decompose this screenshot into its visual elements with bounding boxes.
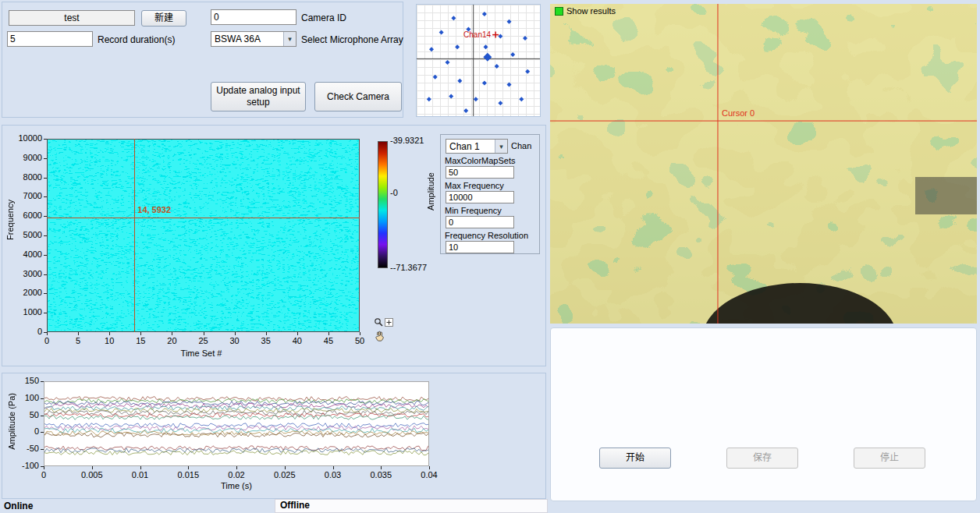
colorbar-axis-label: Amplitude	[426, 172, 435, 211]
waveform-trace	[44, 410, 428, 415]
axis-tick-label: 30	[219, 336, 250, 345]
min-frequency-label: Min Frequency	[445, 206, 502, 215]
mic-array-plot[interactable]: Chan14	[416, 4, 541, 117]
mic-point	[523, 36, 527, 41]
axis-tick-mark	[41, 449, 44, 450]
axis-tick-label: 0.02	[221, 470, 252, 479]
camera-cursor-label: Cursor 0	[722, 108, 755, 118]
waveform-trace	[44, 448, 428, 453]
pan-tool-button[interactable]	[375, 331, 385, 341]
spectrogram-cursor-vline[interactable]	[134, 139, 135, 332]
acquisition-setup-panel: 新建 Record duration(s) Camera ID BSWA 36A…	[2, 2, 403, 118]
start-button[interactable]: 开始	[599, 448, 671, 469]
axis-tick-mark	[44, 466, 44, 469]
mic-array-select[interactable]: BSWA 36A ▾	[211, 31, 296, 47]
checkbox-on-icon	[555, 7, 563, 16]
mic-point	[455, 44, 460, 49]
spectrogram-plot-area[interactable]	[47, 139, 360, 332]
axis-tick-label: 5	[62, 336, 94, 345]
heatmap-overlay	[550, 4, 977, 324]
axis-tick-label: 3000	[9, 269, 42, 278]
axis-tick-mark	[381, 466, 382, 469]
axis-tick-mark	[44, 158, 47, 159]
save-button[interactable]: 保存	[726, 448, 798, 469]
axis-tick-label: 50	[6, 410, 39, 419]
waveform-plot-area[interactable]	[44, 381, 429, 466]
show-results-label: Show results	[566, 6, 616, 16]
axis-tick-label: -100	[6, 461, 39, 470]
axis-tick-label: 7000	[9, 191, 42, 200]
zoom-tool-button[interactable]	[374, 317, 393, 327]
mic-point	[498, 101, 502, 105]
axis-tick-label: 0.04	[414, 470, 445, 479]
stop-button[interactable]: 停止	[854, 448, 925, 469]
chevron-down-icon: ▾	[283, 32, 296, 46]
axis-tick-mark	[236, 466, 237, 469]
mic-point	[498, 34, 502, 39]
offline-status-box: Offline	[275, 499, 548, 513]
axis-tick-label: 0.025	[269, 470, 300, 479]
axis-tick-label: 5000	[9, 230, 42, 239]
record-duration-input[interactable]	[7, 31, 93, 47]
axis-tick-label: 2000	[9, 288, 42, 297]
axis-tick-label: 50	[344, 336, 375, 345]
axis-tick-label: 0	[31, 336, 62, 345]
spectrogram-cursor-hline[interactable]	[47, 218, 360, 218]
axis-tick-mark	[44, 196, 47, 197]
axis-tick-label: 20	[156, 336, 187, 345]
axis-tick-mark	[109, 332, 110, 335]
online-status-label: Online	[4, 501, 33, 511]
amplitude-colorbar	[378, 141, 388, 268]
axis-tick-label: 9000	[9, 153, 42, 162]
session-name-input[interactable]	[9, 10, 135, 26]
axis-tick-mark	[235, 332, 236, 335]
axis-tick-label: 6000	[9, 211, 42, 220]
axis-tick-mark	[44, 293, 47, 294]
zoom-in-icon	[385, 318, 393, 327]
camera-display[interactable]: Cursor 0 Show results	[550, 4, 977, 324]
axis-tick-mark	[41, 398, 44, 399]
waveform-trace	[44, 403, 428, 408]
axis-tick-label: 0.035	[365, 470, 396, 479]
mic-point	[429, 47, 434, 51]
mic-point	[484, 44, 488, 49]
max-colormap-label: MaxColorMapSets	[445, 156, 515, 165]
new-button[interactable]: 新建	[141, 10, 186, 27]
spectrogram-panel: Frequency Time Se	[2, 125, 546, 366]
selected-mic-point	[483, 53, 492, 62]
mic-point	[507, 83, 512, 87]
max-frequency-input[interactable]	[446, 191, 514, 203]
waveform-canvas	[44, 382, 428, 465]
axis-tick-mark	[44, 178, 47, 179]
axis-tick-label: 10000	[9, 133, 42, 143]
min-frequency-input[interactable]	[446, 216, 514, 228]
mic-point	[474, 97, 478, 101]
axis-tick-label: 10	[94, 336, 125, 345]
show-results-checkbox[interactable]: Show results	[555, 6, 616, 16]
mic-point	[510, 52, 515, 57]
spectrogram-canvas	[48, 140, 359, 331]
beamforming-heatmap: Cursor 0	[550, 4, 977, 324]
spectrogram-settings-cluster: Chan 1 ▾ Chan MaxColorMapSets Max Freque…	[440, 134, 540, 254]
axis-tick-mark	[44, 274, 47, 275]
axis-tick-mark	[266, 332, 267, 335]
axis-tick-label: 0.015	[172, 470, 204, 479]
magnifier-icon	[374, 317, 384, 327]
update-analog-input-button[interactable]: Update analog input setup	[211, 82, 306, 111]
check-camera-button[interactable]: Check Camera	[314, 82, 402, 111]
colorbar-max-label: -39.9321	[390, 136, 424, 145]
mic-point	[446, 60, 450, 65]
frequency-resolution-input[interactable]	[446, 241, 514, 253]
run-control-panel: 开始 保存 停止	[550, 327, 977, 501]
mic-point	[495, 64, 499, 69]
mic-point	[525, 69, 530, 74]
max-colormap-input[interactable]	[446, 166, 514, 179]
mic-point	[507, 19, 512, 24]
axis-tick-mark	[360, 332, 360, 335]
waveform-trace	[44, 396, 428, 401]
axis-tick-label: 0	[6, 426, 39, 436]
axis-tick-mark	[172, 332, 172, 335]
channel-select[interactable]: Chan 1 ▾	[446, 139, 508, 154]
mic-point	[449, 94, 453, 98]
camera-id-input[interactable]	[211, 9, 296, 25]
